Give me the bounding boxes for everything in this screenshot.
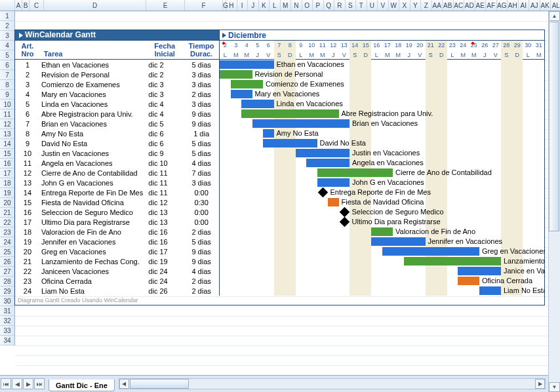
col-header-L[interactable]: L	[270, 0, 281, 10]
task-duration[interactable]: 9 dias	[184, 248, 219, 256]
task-number[interactable]: 7	[15, 120, 40, 128]
task-number[interactable]: 14	[15, 189, 40, 197]
task-duration[interactable]: 9 dias	[184, 110, 219, 118]
task-duration[interactable]: 4 dias	[184, 159, 219, 167]
task-name[interactable]: Revision de Personal	[40, 71, 146, 79]
row-header-18[interactable]: 18	[0, 178, 14, 188]
task-name[interactable]: Entrega Reporte de Fin De Mes	[40, 189, 146, 197]
row-header-22[interactable]: 22	[0, 218, 14, 227]
col-header-AL[interactable]: AL	[551, 0, 560, 10]
task-number[interactable]: 2	[15, 71, 40, 79]
header-tiempo[interactable]: TiempoDurac.	[184, 41, 219, 59]
gantt-bar[interactable]	[231, 90, 252, 98]
task-name[interactable]: Jennifer en Vacaciones	[40, 238, 146, 246]
task-number[interactable]: 24	[15, 287, 40, 295]
task-start[interactable]: dic 4	[146, 110, 184, 118]
gantt-bar[interactable]	[317, 178, 350, 187]
task-name[interactable]: Cierre de Ano de Contabilidad	[40, 169, 146, 177]
row-header-8[interactable]: 8	[0, 80, 14, 90]
tab-nav-last[interactable]: ⏭	[34, 378, 45, 389]
task-number[interactable]: 6	[15, 110, 40, 118]
task-duration[interactable]: 3 dias	[184, 81, 219, 88]
task-duration[interactable]: 9 dias	[184, 120, 219, 128]
task-start[interactable]: dic 4	[146, 100, 184, 108]
col-header-AD[interactable]: AD	[464, 0, 475, 10]
task-start[interactable]: dic 3	[146, 90, 184, 98]
gantt-bar[interactable]	[241, 100, 274, 108]
task-duration[interactable]: 5 dias	[184, 140, 219, 147]
task-duration[interactable]: 3 dias	[184, 71, 219, 79]
row-header-34[interactable]: 34	[0, 336, 14, 345]
task-duration[interactable]: 3 dias	[184, 179, 219, 187]
gantt-bar[interactable]	[371, 227, 393, 236]
scroll-right-button[interactable]: ▶	[535, 379, 545, 389]
task-start[interactable]: dic 11	[146, 189, 184, 197]
col-header-K[interactable]: K	[259, 0, 270, 10]
row-header-21[interactable]: 21	[0, 208, 14, 218]
task-name[interactable]: Ethan en Vacaciones	[40, 61, 146, 69]
task-number[interactable]: 17	[15, 218, 40, 226]
task-name[interactable]: Angela en Vacaciones	[40, 159, 146, 167]
task-number[interactable]: 12	[15, 169, 40, 177]
task-start[interactable]: dic 16	[146, 238, 184, 246]
row-header-7[interactable]: 7	[0, 70, 14, 80]
task-number[interactable]: 22	[15, 267, 40, 275]
task-start[interactable]: dic 17	[146, 248, 184, 256]
task-number[interactable]: 9	[15, 140, 40, 147]
task-number[interactable]: 15	[15, 199, 40, 206]
task-number[interactable]: 1	[15, 61, 40, 69]
col-header-J[interactable]: J	[248, 0, 259, 10]
row-header-17[interactable]: 17	[0, 168, 14, 178]
task-start[interactable]: dic 5	[146, 120, 184, 128]
row-header-16[interactable]: 16	[0, 159, 14, 168]
row-header-1[interactable]: 1	[0, 11, 14, 21]
task-start[interactable]: dic 24	[146, 267, 184, 275]
task-number[interactable]: 3	[15, 81, 40, 88]
col-header-R[interactable]: R	[334, 0, 346, 10]
col-header-B[interactable]: B	[22, 0, 30, 10]
col-header-N[interactable]: N	[291, 0, 302, 10]
horizontal-scrollbar[interactable]: ◀ ▶	[119, 378, 546, 389]
task-start[interactable]: dic 26	[146, 287, 184, 295]
task-start[interactable]: dic 3	[146, 81, 184, 88]
gantt-bar[interactable]	[220, 60, 274, 69]
vertical-scrollbar[interactable]: ▲ ▼	[548, 11, 560, 392]
task-start[interactable]: dic 24	[146, 277, 184, 285]
gantt-bar[interactable]	[458, 277, 479, 285]
task-duration[interactable]: 0:00	[184, 189, 219, 197]
col-header-AJ[interactable]: AJ	[529, 0, 540, 10]
col-header-AB[interactable]: AB	[443, 0, 454, 10]
task-number[interactable]: 13	[15, 179, 40, 187]
col-header-S[interactable]: S	[346, 0, 357, 10]
task-start[interactable]: dic 16	[146, 228, 184, 236]
col-header-W[interactable]: W	[389, 0, 400, 10]
sheet-tab[interactable]: Gantt Dic - Ene	[49, 380, 115, 391]
task-name[interactable]: Seleccion de Seguro Medico	[40, 208, 146, 216]
col-header-H[interactable]: H	[226, 0, 237, 10]
task-duration[interactable]: 4 dias	[184, 267, 219, 275]
row-header-5[interactable]: 5	[0, 50, 14, 60]
task-duration[interactable]: 5 dias	[184, 149, 219, 157]
header-tarea[interactable]: Tarea	[40, 41, 146, 59]
milestone-icon[interactable]	[339, 207, 350, 217]
col-header-Y[interactable]: Y	[410, 0, 422, 10]
col-header-AH[interactable]: AH	[508, 0, 519, 10]
col-header-U[interactable]: U	[367, 0, 378, 10]
row-header-28[interactable]: 28	[0, 277, 14, 286]
gantt-bar[interactable]	[220, 70, 252, 79]
gantt-bar[interactable]	[458, 267, 501, 275]
col-header-AC[interactable]: AC	[454, 0, 465, 10]
task-name[interactable]: Lanzamiento de Fechas Cong.	[40, 258, 146, 265]
gantt-bar[interactable]	[382, 247, 480, 256]
col-header-M[interactable]: M	[281, 0, 292, 10]
header-nro[interactable]: Art.Nro	[15, 41, 40, 59]
row-header-25[interactable]: 25	[0, 247, 14, 257]
task-start[interactable]: dic 9	[146, 149, 184, 157]
task-name[interactable]: Comienzo de Examenes	[40, 81, 146, 88]
col-header-V[interactable]: V	[378, 0, 389, 10]
task-duration[interactable]: 3 dias	[184, 100, 219, 108]
col-header-AK[interactable]: AK	[540, 0, 551, 10]
task-duration[interactable]: 2 dias	[184, 277, 219, 285]
row-header-24[interactable]: 24	[0, 237, 14, 247]
row-header-6[interactable]: 6	[0, 60, 14, 70]
